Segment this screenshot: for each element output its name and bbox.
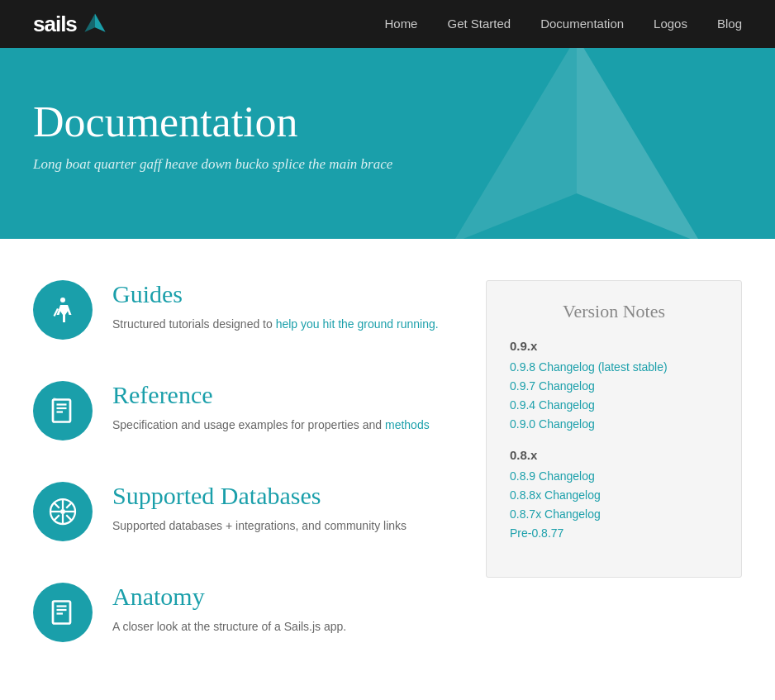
- nav-links: Home Get Started Documentation Logos Blo…: [384, 17, 742, 31]
- navbar: sails Home Get Started Documentation Log…: [0, 0, 775, 48]
- logo-icon: [83, 12, 107, 36]
- svg-marker-2: [577, 48, 701, 239]
- version-09-label: 0.9.x: [510, 339, 718, 353]
- guides-section: Guides Structured tutorials designed to …: [33, 280, 453, 340]
- book-icon-reference: [48, 396, 78, 426]
- logo-text: sails: [33, 12, 77, 37]
- version-group-09: 0.9.x 0.9.8 Changelog (latest stable) 0.…: [510, 339, 718, 431]
- version-08-label: 0.8.x: [510, 448, 718, 462]
- changelog-088x[interactable]: 0.8.8x Changelog: [510, 488, 601, 502]
- svg-point-11: [60, 509, 65, 514]
- databases-text: Supported Databases Supported databases …: [112, 482, 407, 535]
- nav-get-started[interactable]: Get Started: [447, 17, 511, 31]
- svg-line-16: [54, 502, 59, 507]
- changelog-089[interactable]: 0.8.9 Changelog: [510, 469, 595, 483]
- hero-bg-shape: [445, 48, 709, 239]
- svg-point-4: [60, 298, 65, 302]
- reference-title[interactable]: Reference: [112, 381, 430, 409]
- svg-marker-3: [453, 48, 577, 239]
- nav-documentation[interactable]: Documentation: [540, 17, 624, 31]
- anatomy-text: Anatomy A closer look at the structure o…: [112, 583, 346, 636]
- databases-title[interactable]: Supported Databases: [112, 482, 407, 510]
- version-09-links: 0.9.8 Changelog (latest stable) 0.9.7 Ch…: [510, 360, 718, 431]
- svg-line-17: [66, 515, 71, 520]
- databases-section: Supported Databases Supported databases …: [33, 482, 453, 541]
- svg-line-18: [66, 502, 71, 507]
- reference-description: Specification and usage examples for pro…: [112, 416, 430, 434]
- guides-description: Structured tutorials designed to help yo…: [112, 315, 439, 333]
- changelog-094[interactable]: 0.9.4 Changelog: [510, 398, 595, 412]
- version-notes-box: Version Notes 0.9.x 0.9.8 Changelog (lat…: [486, 280, 742, 578]
- guides-link[interactable]: help you hit the ground running.: [276, 317, 439, 331]
- hiker-icon: [48, 295, 78, 325]
- changelog-097[interactable]: 0.9.7 Changelog: [510, 379, 595, 393]
- version-panel: Version Notes 0.9.x 0.9.8 Changelog (lat…: [486, 280, 742, 683]
- guides-icon-circle: [33, 280, 93, 340]
- changelog-090[interactable]: 0.9.0 Changelog: [510, 417, 595, 431]
- hero-section: Documentation Long boat quarter gaff hea…: [0, 48, 775, 239]
- svg-marker-1: [84, 13, 95, 31]
- network-icon: [48, 497, 78, 526]
- guides-text: Guides Structured tutorials designed to …: [112, 280, 439, 333]
- anatomy-section: Anatomy A closer look at the structure o…: [33, 583, 453, 642]
- svg-rect-6: [53, 400, 70, 422]
- nav-logos[interactable]: Logos: [654, 17, 687, 31]
- svg-line-5: [55, 309, 59, 317]
- logo[interactable]: sails: [33, 12, 107, 37]
- reference-text: Reference Specification and usage exampl…: [112, 381, 430, 434]
- nav-blog[interactable]: Blog: [717, 17, 742, 31]
- changelog-pre-077[interactable]: Pre-0.8.77: [510, 526, 563, 540]
- databases-icon-circle: [33, 482, 93, 541]
- content-area: Guides Structured tutorials designed to …: [0, 239, 775, 700]
- reference-section: Reference Specification and usage exampl…: [33, 381, 453, 440]
- svg-rect-20: [53, 602, 70, 624]
- reference-icon-circle: [33, 381, 93, 440]
- anatomy-title[interactable]: Anatomy: [112, 583, 346, 611]
- anatomy-description: A closer look at the structure of a Sail…: [112, 617, 346, 636]
- anatomy-icon-circle: [33, 583, 93, 642]
- databases-description: Supported databases + integrations, and …: [112, 517, 407, 535]
- book-icon-anatomy: [48, 598, 78, 627]
- sections-list: Guides Structured tutorials designed to …: [33, 280, 486, 683]
- svg-marker-0: [95, 13, 106, 31]
- reference-link[interactable]: methods: [385, 418, 430, 431]
- svg-line-19: [54, 515, 59, 520]
- version-08-links: 0.8.9 Changelog 0.8.8x Changelog 0.8.7x …: [510, 469, 718, 540]
- version-notes-title: Version Notes: [510, 301, 718, 322]
- version-group-08: 0.8.x 0.8.9 Changelog 0.8.8x Changelog 0…: [510, 448, 718, 540]
- changelog-098[interactable]: 0.9.8 Changelog (latest stable): [510, 360, 668, 374]
- changelog-087x[interactable]: 0.8.7x Changelog: [510, 507, 601, 521]
- nav-home[interactable]: Home: [384, 17, 417, 31]
- guides-title[interactable]: Guides: [112, 280, 439, 308]
